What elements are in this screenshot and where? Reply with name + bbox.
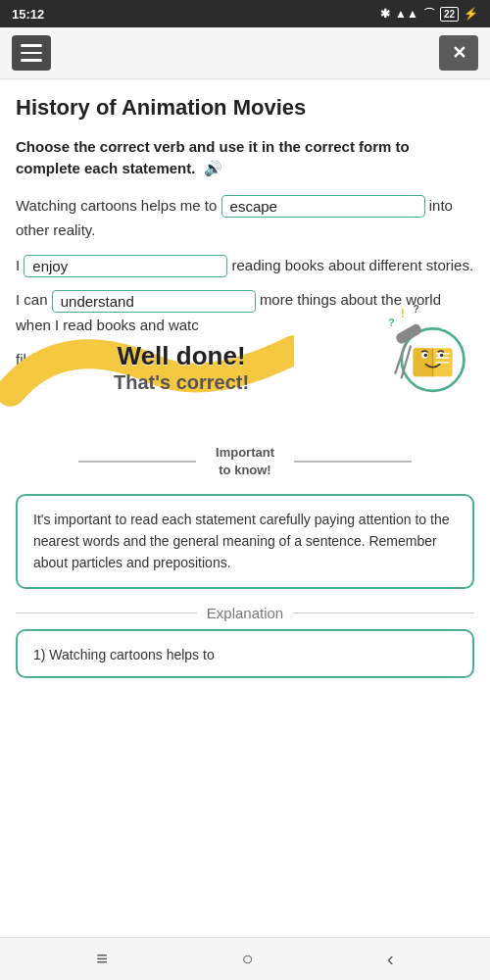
status-icons: ✱ ▲▲ ⌒ 22 ⚡ bbox=[380, 6, 478, 23]
wifi-icon: ⌒ bbox=[423, 6, 435, 23]
svg-text:!: ! bbox=[401, 306, 405, 320]
bottom-back-button[interactable]: ‹ bbox=[371, 944, 410, 974]
bottom-menu-button[interactable]: ≡ bbox=[80, 944, 123, 974]
popup-area: I can more things about the world when I… bbox=[16, 287, 474, 424]
sentence-2-before: I bbox=[16, 257, 20, 273]
blank-line-left bbox=[78, 461, 196, 463]
svg-point-10 bbox=[424, 354, 428, 358]
thats-correct-text: That's correct! bbox=[114, 371, 249, 394]
battery-indicator: 22 bbox=[440, 7, 459, 22]
explanation-card: 1) Watching cartoons helps to bbox=[16, 629, 474, 678]
top-navigation: ✕ bbox=[0, 27, 490, 79]
bottom-spacer bbox=[0, 694, 490, 753]
time-display: 15:12 bbox=[12, 7, 44, 22]
hamburger-line bbox=[21, 44, 42, 47]
hamburger-line bbox=[21, 52, 42, 55]
explanation-label: Explanation bbox=[207, 605, 283, 621]
main-content: Choose the correct verb and use it in th… bbox=[0, 128, 490, 694]
svg-rect-3 bbox=[414, 348, 433, 376]
svg-text:?: ? bbox=[414, 304, 419, 315]
sentence-2-after: reading books about different stories. bbox=[232, 257, 474, 273]
sentence-2: I reading books about different stories. bbox=[16, 253, 474, 278]
blanks-row: Importantto know! bbox=[16, 444, 474, 478]
status-bar: 15:12 ✱ ▲▲ ⌒ 22 ⚡ bbox=[0, 0, 490, 27]
audio-button[interactable]: 🔊 bbox=[204, 158, 222, 179]
answer-input-1[interactable] bbox=[221, 195, 425, 218]
blank-line-right bbox=[294, 461, 412, 463]
svg-text:?: ? bbox=[388, 318, 395, 329]
hamburger-line bbox=[21, 59, 42, 62]
well-done-text: Well done! bbox=[114, 341, 249, 371]
bluetooth-icon: ✱ bbox=[380, 7, 390, 21]
explanation-divider: Explanation bbox=[16, 605, 474, 621]
close-button[interactable]: ✕ bbox=[439, 35, 478, 71]
bottom-navigation: ≡ ○ ‹ bbox=[0, 937, 490, 980]
info-box: It's important to read each statement ca… bbox=[16, 494, 474, 589]
book-mascot: ? ! ? bbox=[377, 302, 470, 400]
instruction-text: Choose the correct verb and use it in th… bbox=[16, 136, 474, 179]
signal-icon: ▲▲ bbox=[395, 7, 418, 21]
divider-line-right bbox=[293, 612, 474, 613]
important-label: Importantto know! bbox=[216, 444, 274, 478]
sentence-3-before: I can bbox=[16, 291, 48, 308]
sentence-1: Watching cartoons helps me to into other… bbox=[16, 193, 474, 243]
charging-icon: ⚡ bbox=[464, 7, 478, 21]
bottom-home-button[interactable]: ○ bbox=[225, 944, 269, 974]
divider-line-left bbox=[16, 612, 197, 613]
menu-button[interactable] bbox=[12, 35, 51, 71]
answer-input-2[interactable] bbox=[24, 255, 227, 277]
sentence-1-before: Watching cartoons helps me to bbox=[16, 197, 217, 214]
svg-point-11 bbox=[440, 354, 444, 358]
well-done-popup: Well done! That's correct! bbox=[114, 341, 249, 394]
page-title: History of Animation Movies bbox=[0, 79, 490, 128]
answer-input-3[interactable] bbox=[52, 290, 256, 313]
